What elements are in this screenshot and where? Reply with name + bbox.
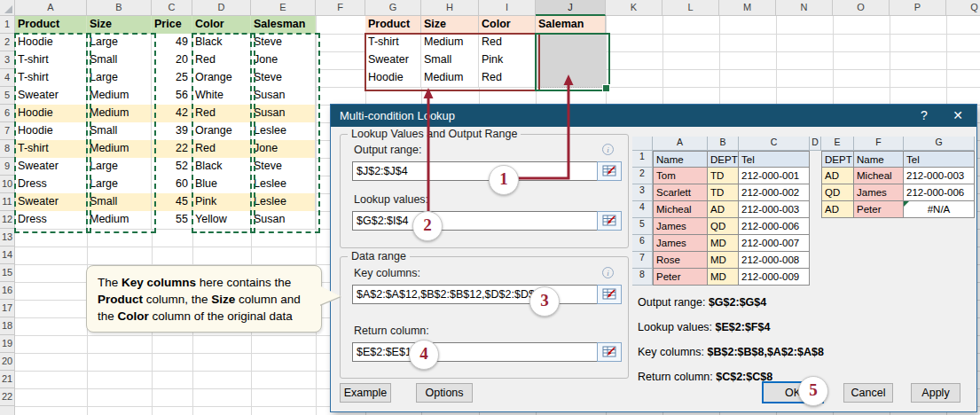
table2-cell[interactable]: Hoodie xyxy=(365,69,421,88)
row-header-2[interactable]: 2 xyxy=(0,34,15,51)
table1-cell[interactable]: Pink xyxy=(192,193,251,212)
column-header-F[interactable]: F xyxy=(316,0,365,16)
column-header-O[interactable]: O xyxy=(833,0,890,16)
row-header-18[interactable]: 18 xyxy=(0,317,15,335)
row-header-4[interactable]: 4 xyxy=(0,69,15,87)
table1-cell[interactable]: Orange xyxy=(192,69,251,88)
table2-cell[interactable]: Small xyxy=(421,51,479,70)
table1-cell[interactable]: Jone xyxy=(251,140,316,159)
table1-cell[interactable]: 49 xyxy=(152,34,192,52)
table1-cell[interactable]: T-shirt xyxy=(15,51,87,70)
table1-cell[interactable]: Small xyxy=(87,193,152,212)
table2-cell[interactable]: Sweater xyxy=(365,51,421,70)
table2-cell[interactable]: Pink xyxy=(479,51,536,70)
table1-cell[interactable]: Large xyxy=(87,34,152,52)
table1-cell[interactable]: 52 xyxy=(152,158,192,176)
output-cell-empty[interactable] xyxy=(536,69,606,88)
row-header-11[interactable]: 11 xyxy=(0,193,15,211)
column-header-C[interactable]: C xyxy=(152,0,192,16)
options-button[interactable]: Options xyxy=(416,383,473,403)
row-header-7[interactable]: 7 xyxy=(0,122,15,140)
table1-cell[interactable]: Susan xyxy=(251,211,316,230)
row-header-16[interactable]: 16 xyxy=(0,282,15,300)
table1-cell[interactable]: Hoodie xyxy=(15,105,87,123)
table1-cell[interactable]: Leslee xyxy=(251,176,316,194)
table1-cell[interactable]: 60 xyxy=(152,176,192,194)
table1-cell[interactable]: Hoodie xyxy=(15,34,87,52)
table1-cell[interactable]: Blue xyxy=(192,176,251,194)
lookup-values-input[interactable] xyxy=(352,211,597,231)
table1-cell[interactable]: White xyxy=(192,87,251,106)
apply-button[interactable]: Apply xyxy=(911,383,960,403)
column-header-L[interactable]: L xyxy=(662,0,719,16)
table1-cell[interactable]: Dress xyxy=(15,176,87,194)
column-header-N[interactable]: N xyxy=(776,0,833,16)
row-header-20[interactable]: 20 xyxy=(0,353,15,371)
table1-cell[interactable]: 25 xyxy=(152,69,192,88)
output-range-input[interactable] xyxy=(352,161,597,181)
table2-header-cell[interactable]: Product xyxy=(365,16,421,35)
range-picker-icon[interactable] xyxy=(597,285,622,304)
table1-cell[interactable]: Red xyxy=(192,140,251,159)
column-header-E[interactable]: E xyxy=(251,0,316,16)
table1-header-cell[interactable]: Size xyxy=(87,16,152,35)
table1-cell[interactable]: 42 xyxy=(152,105,192,123)
column-header-D[interactable]: D xyxy=(192,0,251,16)
row-header-19[interactable]: 19 xyxy=(0,335,15,353)
info-icon[interactable]: i xyxy=(602,267,614,278)
row-header-10[interactable]: 10 xyxy=(0,176,15,193)
table1-cell[interactable]: T-shirt xyxy=(15,140,87,159)
table1-cell[interactable]: Orange xyxy=(192,122,251,141)
table1-cell[interactable]: Black xyxy=(192,158,251,176)
column-header-A[interactable]: A xyxy=(15,0,87,16)
table1-cell[interactable]: Steve xyxy=(251,34,316,52)
table1-cell[interactable]: T-shirt xyxy=(15,69,87,88)
return-column-input[interactable] xyxy=(352,342,597,362)
table1-cell[interactable]: Sweater xyxy=(15,193,87,212)
info-icon[interactable]: i xyxy=(602,144,614,155)
table1-header-cell[interactable]: Price xyxy=(152,16,192,35)
table1-cell[interactable]: Steve xyxy=(251,69,316,88)
table2-header-cell[interactable]: Saleman xyxy=(536,16,606,35)
table1-header-cell[interactable]: Salesman xyxy=(251,16,316,35)
row-header-8[interactable]: 8 xyxy=(0,140,15,158)
table1-cell[interactable]: Hoodie xyxy=(15,122,87,141)
row-header-17[interactable]: 17 xyxy=(0,300,15,317)
select-all-corner[interactable] xyxy=(0,0,15,16)
table1-cell[interactable]: Steve xyxy=(251,158,316,176)
row-header-6[interactable]: 6 xyxy=(0,105,15,122)
table1-cell[interactable]: Sweater xyxy=(15,87,87,106)
table1-cell[interactable]: Yellow xyxy=(192,211,251,230)
table1-cell[interactable]: Susan xyxy=(251,87,316,106)
output-cell-empty[interactable] xyxy=(536,51,606,70)
table2-cell[interactable]: Medium xyxy=(421,34,479,52)
table1-cell[interactable]: Large xyxy=(87,69,152,88)
column-header-P[interactable]: P xyxy=(890,0,946,16)
table1-cell[interactable]: Leslee xyxy=(251,122,316,141)
table1-cell[interactable]: 20 xyxy=(152,51,192,70)
table1-header-cell[interactable]: Product xyxy=(15,16,87,35)
row-header-3[interactable]: 3 xyxy=(0,51,15,69)
table1-header-cell[interactable]: Color xyxy=(192,16,251,35)
row-header-22[interactable]: 22 xyxy=(0,388,15,406)
table2-cell[interactable]: Red xyxy=(479,69,536,88)
table1-cell[interactable]: Medium xyxy=(87,105,152,123)
range-picker-icon[interactable] xyxy=(597,161,622,181)
close-icon[interactable]: ✕ xyxy=(945,105,971,127)
row-header-21[interactable]: 21 xyxy=(0,371,15,388)
table1-cell[interactable]: Dress xyxy=(15,211,87,230)
table1-cell[interactable]: Small xyxy=(87,51,152,70)
table2-cell[interactable]: Medium xyxy=(421,69,479,88)
column-header-B[interactable]: B xyxy=(87,0,152,16)
range-picker-icon[interactable] xyxy=(597,211,622,231)
table1-cell[interactable]: 56 xyxy=(152,87,192,106)
table1-cell[interactable]: 39 xyxy=(152,122,192,141)
row-header-partial[interactable] xyxy=(0,406,15,415)
table1-cell[interactable]: 55 xyxy=(152,211,192,230)
table1-cell[interactable]: Sweater xyxy=(15,158,87,176)
table1-cell[interactable]: Medium xyxy=(87,211,152,230)
row-header-13[interactable]: 13 xyxy=(0,229,15,247)
output-cell-empty[interactable] xyxy=(536,34,606,52)
table1-cell[interactable]: Red xyxy=(192,105,251,123)
row-header-1[interactable]: 1 xyxy=(0,16,15,34)
